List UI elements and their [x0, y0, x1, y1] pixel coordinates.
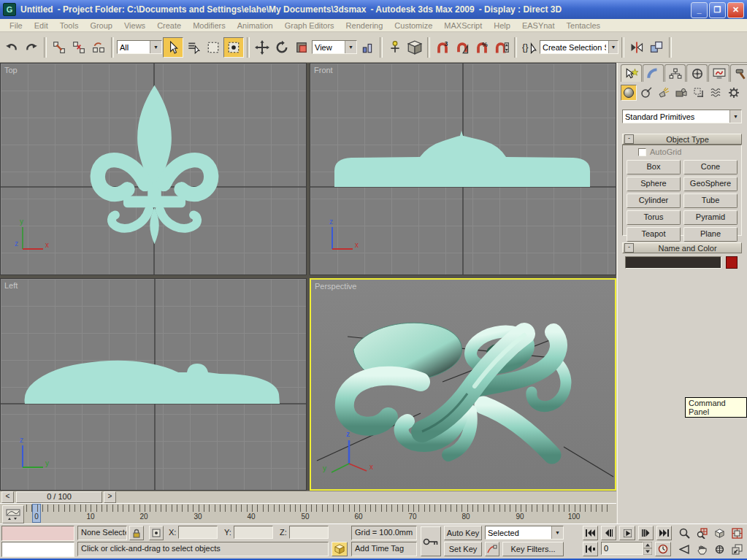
- toggle-key-mode-icon[interactable]: [421, 526, 441, 556]
- category-geometry-icon[interactable]: [621, 85, 637, 101]
- y-coordinate-input[interactable]: [234, 526, 273, 539]
- object-type-box-button[interactable]: Box: [627, 160, 681, 174]
- viewport-perspective-label[interactable]: Perspective: [315, 282, 356, 291]
- z-coordinate-input[interactable]: [289, 526, 329, 539]
- menu-tentacles[interactable]: Tentacles: [562, 20, 605, 31]
- fleur-de-lis-front-view[interactable]: [334, 131, 590, 187]
- chevron-down-icon[interactable]: ▼: [608, 41, 618, 53]
- menu-customize[interactable]: Customize: [389, 20, 437, 31]
- add-time-tag[interactable]: Add Time Tag: [351, 542, 417, 556]
- undo-icon[interactable]: [2, 38, 21, 57]
- reference-coordinate-dropdown[interactable]: View▼: [312, 40, 357, 54]
- absolute-mode-transform-icon[interactable]: [149, 526, 164, 540]
- viewport-left-label[interactable]: Left: [4, 281, 18, 290]
- named-selection-set-input[interactable]: [540, 43, 608, 52]
- fleur-de-lis-3d-model[interactable]: [345, 323, 566, 455]
- set-key-button[interactable]: Set Key: [444, 542, 482, 556]
- current-frame-input[interactable]: [602, 544, 643, 553]
- zoom-extents-all-icon[interactable]: [729, 526, 745, 540]
- object-type-pyramid-button[interactable]: Pyramid: [683, 210, 738, 225]
- x-coordinate-input[interactable]: [178, 526, 218, 539]
- select-object-icon[interactable]: [163, 37, 183, 58]
- close-icon[interactable]: ✕: [727, 2, 744, 18]
- menu-group[interactable]: Group: [85, 20, 118, 31]
- zoom-all-icon[interactable]: [694, 526, 710, 540]
- viewport-front[interactable]: Front z x: [310, 63, 616, 275]
- object-name-field[interactable]: [625, 256, 721, 269]
- go-to-end-icon[interactable]: [656, 526, 672, 540]
- angle-snap-icon[interactable]: [453, 38, 472, 57]
- edit-named-selection-sets-icon[interactable]: {}: [520, 38, 539, 57]
- select-by-name-icon[interactable]: [184, 38, 203, 57]
- go-to-start-icon[interactable]: [583, 526, 598, 540]
- chevron-down-icon[interactable]: ▼: [729, 110, 741, 123]
- object-type-cone-button[interactable]: Cone: [683, 160, 738, 174]
- play-icon[interactable]: [619, 526, 635, 540]
- auto-key-button[interactable]: Auto Key: [444, 526, 482, 540]
- rectangular-selection-region-icon[interactable]: [204, 38, 223, 57]
- collapse-icon[interactable]: -: [624, 243, 634, 253]
- trajectories-icon[interactable]: [485, 542, 499, 556]
- tab-motion-icon[interactable]: [686, 64, 708, 82]
- min-max-toggle-icon[interactable]: [729, 542, 745, 556]
- viewport-front-label[interactable]: Front: [314, 66, 333, 74]
- object-type-rollout-header[interactable]: - Object Type: [622, 134, 742, 145]
- menu-easynat[interactable]: EASYnat: [517, 20, 560, 31]
- chevron-down-icon[interactable]: ▼: [551, 526, 563, 539]
- bind-to-space-warp-icon[interactable]: [89, 38, 108, 57]
- time-configuration-icon[interactable]: [655, 542, 671, 556]
- keyboard-shortcut-override-icon[interactable]: [405, 38, 424, 57]
- mirror-icon[interactable]: [627, 38, 646, 57]
- tab-create-icon[interactable]: [621, 64, 642, 82]
- next-frame-icon[interactable]: [638, 526, 654, 540]
- key-filters-button[interactable]: Key Filters...: [502, 542, 564, 556]
- open-mini-curve-editor-icon[interactable]: [2, 505, 24, 523]
- percent-snap-icon[interactable]: %: [472, 38, 491, 57]
- category-lights-icon[interactable]: [656, 85, 672, 101]
- current-frame-spinner[interactable]: [601, 542, 643, 555]
- menu-tools[interactable]: Tools: [55, 20, 84, 31]
- select-and-rotate-icon[interactable]: [272, 38, 291, 57]
- menu-create[interactable]: Create: [152, 20, 186, 31]
- unlink-selection-icon[interactable]: [69, 38, 88, 57]
- chevron-down-icon[interactable]: ▼: [345, 41, 356, 53]
- field-of-view-icon[interactable]: [676, 542, 692, 556]
- maxscript-mini-listener[interactable]: [1, 542, 74, 557]
- collapse-icon[interactable]: -: [624, 134, 634, 144]
- category-space-warps-icon[interactable]: [708, 85, 724, 101]
- category-helpers-icon[interactable]: [691, 85, 707, 101]
- spinner-snap-icon[interactable]: [492, 38, 511, 57]
- maxscript-mini-listener-macro[interactable]: [1, 526, 74, 541]
- object-type-cylinder-button[interactable]: Cylinder: [627, 193, 681, 208]
- viewport-top[interactable]: Top y x z: [0, 63, 307, 275]
- category-cameras-icon[interactable]: [673, 85, 689, 101]
- menu-file[interactable]: File: [4, 20, 28, 31]
- object-type-torus-button[interactable]: Torus: [627, 210, 681, 225]
- name-and-color-rollout-header[interactable]: - Name and Color: [622, 242, 742, 253]
- minimize-icon[interactable]: _: [691, 2, 708, 18]
- window-crossing-icon[interactable]: [223, 37, 244, 58]
- zoom-extents-icon[interactable]: [711, 526, 727, 540]
- category-dropdown[interactable]: Standard Primitives▼: [622, 110, 742, 123]
- category-systems-icon[interactable]: [726, 85, 742, 101]
- zoom-icon[interactable]: [676, 526, 692, 540]
- pan-icon[interactable]: [694, 542, 710, 556]
- object-type-geosphere-button[interactable]: GeoSphere: [683, 177, 738, 191]
- object-type-tube-button[interactable]: Tube: [683, 193, 738, 208]
- menu-help[interactable]: Help: [489, 20, 516, 31]
- track-bar-ruler[interactable]: [26, 505, 610, 512]
- fleur-de-lis-left-view[interactable]: [25, 361, 280, 404]
- fleur-de-lis-top-view[interactable]: [98, 85, 211, 244]
- object-type-teapot-button[interactable]: Teapot: [627, 227, 681, 242]
- key-filter-scope-dropdown[interactable]: Selected▼: [485, 526, 564, 540]
- object-type-sphere-button[interactable]: Sphere: [627, 177, 681, 191]
- selection-filter-dropdown[interactable]: All▼: [117, 40, 162, 54]
- previous-frame-icon[interactable]: [601, 526, 616, 540]
- time-slider[interactable]: 0 / 100: [16, 491, 102, 503]
- tab-utilities-icon[interactable]: [730, 64, 747, 82]
- menu-graph-editors[interactable]: Graph Editors: [280, 20, 340, 31]
- menu-modifiers[interactable]: Modifiers: [188, 20, 231, 31]
- select-and-move-icon[interactable]: [253, 38, 272, 57]
- tab-hierarchy-icon[interactable]: [664, 64, 686, 82]
- menu-edit[interactable]: Edit: [29, 20, 53, 31]
